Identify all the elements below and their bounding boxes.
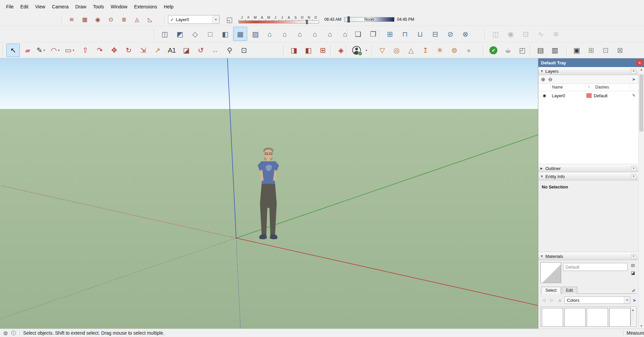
hidden-line-button[interactable]: □ — [203, 27, 217, 41]
sandbox-smoove-button[interactable]: ◉ — [92, 14, 104, 24]
starburst-shape-button[interactable]: ✳ — [433, 44, 446, 57]
outliner-close-button[interactable]: ✕ — [631, 166, 636, 171]
line-tool-button[interactable]: ✎▾ — [35, 44, 49, 57]
select-tool-button[interactable]: ↖ — [6, 44, 20, 57]
material-name-field[interactable]: Default — [563, 263, 628, 271]
menu-camera[interactable]: Camera — [49, 2, 72, 11]
shadow-time-slider[interactable]: Noon — [344, 17, 394, 22]
trim-button[interactable]: ⊘ — [443, 27, 457, 41]
entity-info-close-button[interactable]: ✕ — [631, 174, 636, 179]
wireframe-button[interactable]: ◇ — [188, 27, 202, 41]
swatch-scrollbar[interactable]: ▲ — [631, 308, 635, 325]
expand-icon[interactable]: ▶ — [540, 167, 545, 170]
spike-shape-button[interactable]: ↥ — [419, 44, 432, 57]
collapse-icon[interactable]: ▼ — [540, 255, 545, 258]
create-camera-button[interactable]: ◫ — [488, 27, 502, 41]
cone-shape-button[interactable]: △ — [404, 44, 418, 57]
pot-tool-button[interactable]: ☕ — [501, 44, 515, 57]
signin-dropdown[interactable]: ▾ — [364, 44, 369, 57]
view-back-button[interactable]: ⌂ — [323, 27, 337, 41]
position-camera-button[interactable]: ◨ — [287, 44, 301, 57]
tray-scrollbar[interactable]: ▲ ▼ — [638, 67, 644, 329]
sphere-shape-button[interactable]: ● — [462, 44, 475, 57]
eraser-tool-button[interactable]: ▰ — [21, 44, 34, 57]
sandbox-drape-button[interactable]: ≣ — [118, 14, 130, 24]
column-name[interactable]: Name — [550, 84, 585, 91]
back-edges-button[interactable]: ◩ — [173, 27, 187, 41]
solid-inspector-button[interactable]: ✔ — [487, 44, 500, 57]
entity-info-panel-header[interactable]: ▼ Entity Info ✕ — [538, 172, 638, 180]
zoom-extents-button[interactable]: ⊡ — [237, 44, 251, 57]
remove-layer-button[interactable]: ⊖ — [548, 76, 553, 82]
paste-button[interactable]: ❐ — [366, 27, 380, 41]
union-button[interactable]: ⊔ — [413, 27, 427, 41]
view-iso-button[interactable]: ⌂ — [262, 27, 276, 41]
follow-me-tool-button[interactable]: ↷ — [93, 44, 106, 57]
menu-file[interactable]: File — [3, 2, 17, 11]
collection-dropdown[interactable]: ▾ — [624, 297, 630, 303]
color-swatch-3[interactable] — [587, 308, 608, 327]
layers-close-button[interactable]: ✕ — [631, 69, 636, 74]
menu-draw[interactable]: Draw — [72, 2, 90, 11]
orbit-tool-button[interactable]: ↺ — [194, 44, 207, 57]
collapse-icon[interactable]: ▼ — [540, 175, 545, 178]
arc-tool-button[interactable]: ◠▾ — [50, 44, 63, 57]
tool-dropdown[interactable]: ▾ — [71, 44, 75, 57]
forward-icon[interactable]: ▷ — [548, 297, 555, 303]
xray-mode-button[interactable]: ◫ — [158, 27, 172, 41]
scale-tool-button[interactable]: ⇲ — [136, 44, 150, 57]
swatch-scroll-up-icon[interactable]: ▲ — [632, 308, 634, 325]
color-swatch-2[interactable] — [564, 308, 586, 327]
layer-edit-icon[interactable]: ✎ — [630, 93, 638, 98]
copy-button[interactable]: ❏ — [351, 27, 365, 41]
home-icon[interactable]: ⌂ — [556, 297, 563, 303]
date-slider-track[interactable] — [238, 20, 319, 23]
geolocation-icon[interactable]: ◍ — [3, 330, 8, 336]
layer-dashes-value[interactable]: Default — [593, 93, 630, 98]
layers-panel-header[interactable]: ▼ Layers ✕ — [538, 67, 638, 75]
add-layer-button[interactable]: ⊕ — [541, 76, 545, 82]
view-top-button[interactable]: ⌂ — [277, 27, 291, 41]
date-slider-thumb[interactable] — [306, 20, 308, 24]
color-swatch-1[interactable] — [542, 308, 563, 327]
back-icon[interactable]: ◁ — [540, 297, 547, 303]
sandbox-flip-edge-button[interactable]: ◺ — [144, 14, 156, 24]
pan-tool-button[interactable]: ↔ — [208, 44, 222, 57]
material-preview-thumbnail[interactable] — [540, 262, 561, 283]
collection-combobox[interactable]: Colors ▾ — [565, 296, 630, 304]
sample-paint-icon[interactable]: ✐ — [632, 288, 636, 293]
shaded-with-textures-button[interactable]: ▦ — [233, 27, 247, 41]
layer-combo-dropdown[interactable]: ▾ — [212, 15, 219, 23]
materials-menu-button[interactable]: ➤ — [633, 298, 636, 303]
signin-avatar-button[interactable]: ✓ — [350, 44, 363, 57]
export-frame-button[interactable]: ⊡ — [599, 44, 612, 57]
materials-close-button[interactable]: ✕ — [631, 254, 636, 259]
tool-dropdown[interactable]: ▾ — [42, 44, 46, 57]
move-tool-button[interactable]: ✥ — [107, 44, 121, 57]
torus-shape-button[interactable]: ⊚ — [447, 44, 461, 57]
column-color-icon[interactable]: ✎ — [585, 84, 593, 91]
tool-dropdown[interactable]: ▾ — [57, 44, 61, 57]
shaded-button[interactable]: ◧ — [218, 27, 232, 41]
column-dashes[interactable]: Dashes — [593, 84, 630, 91]
sandbox-from-contours-button[interactable]: ≋ — [65, 14, 77, 24]
Layer0[interactable]: ◉ Layer0 Default ✎ — [538, 91, 638, 100]
menu-help[interactable]: Help — [160, 2, 177, 11]
materials-tab-select[interactable]: Select — [541, 287, 561, 294]
scroll-up-icon[interactable]: ▲ — [640, 68, 643, 71]
camera-frame-button[interactable]: ⊞ — [584, 44, 598, 57]
sandbox-stamp-button[interactable]: ⊙ — [105, 14, 117, 24]
layers-menu-button[interactable]: ➤ — [632, 77, 636, 82]
material-area-button[interactable]: ▥ — [548, 44, 561, 57]
time-slider-thumb[interactable] — [347, 16, 350, 22]
column-visible[interactable] — [538, 84, 550, 91]
model-viewport[interactable] — [0, 58, 538, 329]
menu-edit[interactable]: Edit — [17, 2, 32, 11]
sandbox-from-scratch-button[interactable]: ▦ — [78, 14, 91, 24]
color-swatch-4[interactable] — [609, 308, 631, 327]
layer-visible-icon[interactable]: ◉ — [538, 93, 550, 98]
walk-button[interactable]: ◧ — [302, 44, 315, 57]
zoom-tool-button[interactable]: ⚲ — [223, 44, 236, 57]
menu-tools[interactable]: Tools — [90, 2, 107, 11]
subtract-button[interactable]: ⊟ — [428, 27, 442, 41]
